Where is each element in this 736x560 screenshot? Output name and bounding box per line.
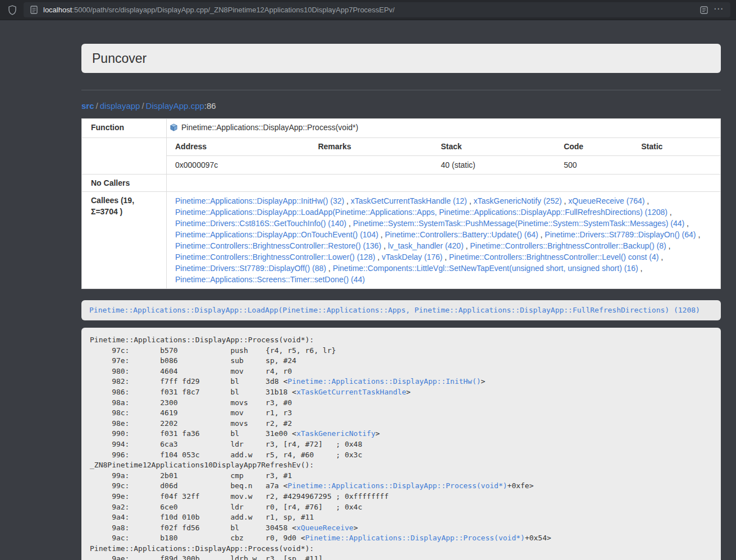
function-table: Function Pinetime::Applications::Display… [81, 118, 721, 289]
divider [81, 90, 721, 90]
address-value: 0x0000097c [167, 156, 309, 175]
metrics-cell: Address Remarks Stack Code Static 0x0000… [167, 138, 721, 175]
callee-separator: , [381, 241, 388, 250]
remarks-value [309, 156, 432, 175]
column-header-address: Address [167, 138, 309, 156]
callee-link[interactable]: vTaskDelay (176) [382, 253, 442, 261]
function-row: Function Pinetime::Applications::Display… [82, 119, 721, 138]
disassembly-symbol-link[interactable]: Pinetime::Applications::DisplayApp::Init… [287, 377, 481, 385]
callee-link[interactable]: Pinetime::Controllers::Battery::Update()… [385, 230, 538, 239]
callee-link[interactable]: Pinetime::Controllers::BrightnessControl… [175, 241, 381, 250]
browser-toolbar: localhost:5000/path/src/displayapp/Displ… [0, 0, 736, 20]
reader-mode-icon[interactable] [698, 6, 710, 14]
metrics-header-row: Address Remarks Stack Code Static [167, 138, 720, 156]
app-title: Puncover [92, 51, 147, 66]
column-header-static: Static [633, 138, 720, 156]
disassembly-symbol-link[interactable]: Pinetime::Applications::DisplayApp::Proc… [305, 534, 525, 542]
callee-separator: , [378, 230, 385, 239]
empty-label-cell [82, 138, 167, 175]
page-actions-menu-icon[interactable]: ⋯ [710, 4, 726, 16]
callee-separator: , [666, 241, 671, 250]
callee-link[interactable]: Pinetime::Controllers::BrightnessControl… [449, 253, 659, 261]
callee-separator: , [326, 264, 333, 273]
url-host: localhost [43, 6, 72, 14]
callee-separator: , [538, 230, 545, 239]
breadcrumb-separator: / [94, 101, 100, 111]
main-container: Puncover src/displayapp/DisplayApp.cpp:8… [81, 44, 721, 560]
line-number: :86 [204, 101, 216, 111]
metrics-value-row: 0x0000097c 40 (static) 500 [167, 156, 720, 175]
callee-separator: , [464, 241, 470, 250]
column-header-code: Code [555, 138, 633, 156]
callee-link[interactable]: Pinetime::Applications::Screens::Timer::… [175, 275, 365, 284]
no-callers-label: No Callers [82, 175, 167, 192]
disassembly-symbol-link[interactable]: Pinetime::Applications::DisplayApp::Proc… [287, 481, 507, 490]
function-name: Pinetime::Applications::DisplayApp::Proc… [181, 123, 358, 132]
callees-list: Pinetime::Applications::DisplayApp::Init… [167, 192, 721, 289]
callee-link[interactable]: Pinetime::Components::LittleVgl::SetNewT… [333, 264, 638, 273]
page-info-icon[interactable] [28, 6, 40, 14]
callee-link[interactable]: Pinetime::Drivers::St7789::DisplayOff() … [175, 264, 326, 273]
callee-link[interactable]: Pinetime::Applications::DisplayApp::Init… [175, 196, 344, 205]
callee-separator: , [467, 196, 474, 205]
callee-link[interactable]: xQueueReceive (764) [568, 196, 644, 205]
breadcrumb: src/displayapp/DisplayApp.cpp:86 [81, 100, 721, 112]
callee-separator: , [659, 253, 663, 261]
breadcrumb-link-src[interactable]: src [81, 101, 94, 111]
disassembly-symbol-link[interactable]: xQueueReceive [296, 524, 354, 532]
disassembly-symbol-link[interactable]: xTaskGetCurrentTaskHandle [296, 388, 406, 396]
callee-link[interactable]: xTaskGenericNotify (252) [473, 196, 561, 205]
caller-panel-heading: Pinetime::Applications::DisplayApp::Load… [81, 300, 721, 320]
callee-link[interactable]: Pinetime::Drivers::St7789::DisplayOn() (… [545, 230, 696, 239]
static-value [633, 156, 720, 175]
stack-value: 40 (static) [432, 156, 555, 175]
caller-link[interactable]: Pinetime::Applications::DisplayApp::Load… [89, 306, 700, 314]
callee-separator: , [346, 219, 353, 228]
callee-separator: , [562, 196, 569, 205]
metrics-row: Address Remarks Stack Code Static 0x0000… [82, 138, 721, 175]
page-content: Puncover src/displayapp/DisplayApp.cpp:8… [0, 44, 736, 560]
callee-separator: , [696, 230, 701, 239]
no-callers-row: No Callers [82, 175, 721, 192]
callee-separator: , [644, 196, 649, 205]
callee-link[interactable]: Pinetime::System::SystemTask::PushMessag… [353, 219, 685, 228]
function-label: Function [82, 119, 167, 138]
callee-link[interactable]: xTaskGetCurrentTaskHandle (12) [351, 196, 467, 205]
code-value: 500 [555, 156, 633, 175]
url-text: localhost:5000/path/src/displayapp/Displ… [43, 6, 698, 14]
callees-row: Callees (19, Σ=3704 ) Pinetime::Applicat… [82, 192, 721, 289]
callees-label: Callees (19, Σ=3704 ) [82, 192, 167, 289]
breadcrumb-separator: / [140, 101, 145, 111]
callee-separator: , [442, 253, 449, 261]
callee-separator: , [375, 253, 382, 261]
column-header-remarks: Remarks [309, 138, 432, 156]
function-name-cell: Pinetime::Applications::DisplayApp::Proc… [167, 119, 721, 138]
metrics-table: Address Remarks Stack Code Static 0x0000… [167, 138, 720, 174]
no-callers-cell [167, 175, 721, 192]
breadcrumb-link-displayapp[interactable]: displayapp [100, 101, 140, 111]
url-path: :5000/path/src/displayapp/DisplayApp.cpp… [72, 6, 395, 14]
breadcrumb-link-file[interactable]: DisplayApp.cpp [146, 101, 204, 111]
callee-link[interactable]: Pinetime::Applications::DisplayApp::Load… [175, 208, 668, 217]
callee-link[interactable]: lv_task_handler (420) [388, 241, 464, 250]
method-icon [170, 123, 178, 135]
disassembly-code: Pinetime::Applications::DisplayApp::Proc… [81, 328, 721, 560]
shield-icon[interactable] [6, 5, 19, 15]
callee-link[interactable]: Pinetime::Applications::DisplayApp::OnTo… [175, 230, 378, 239]
callee-separator: , [344, 196, 351, 205]
callee-link[interactable]: Pinetime::Controllers::BrightnessControl… [470, 241, 666, 250]
disassembly-symbol-link[interactable]: xTaskGenericNotify [296, 429, 376, 438]
column-header-stack: Stack [432, 138, 555, 156]
callee-link[interactable]: Pinetime::Drivers::Cst816S::GetTouchInfo… [175, 219, 346, 228]
callee-separator: , [684, 219, 689, 228]
callee-separator: , [638, 264, 643, 273]
app-header-panel: Puncover [81, 44, 721, 73]
callee-link[interactable]: Pinetime::Controllers::BrightnessControl… [175, 253, 375, 261]
url-bar[interactable]: localhost:5000/path/src/displayapp/Displ… [24, 2, 730, 17]
callee-separator: , [668, 208, 672, 217]
